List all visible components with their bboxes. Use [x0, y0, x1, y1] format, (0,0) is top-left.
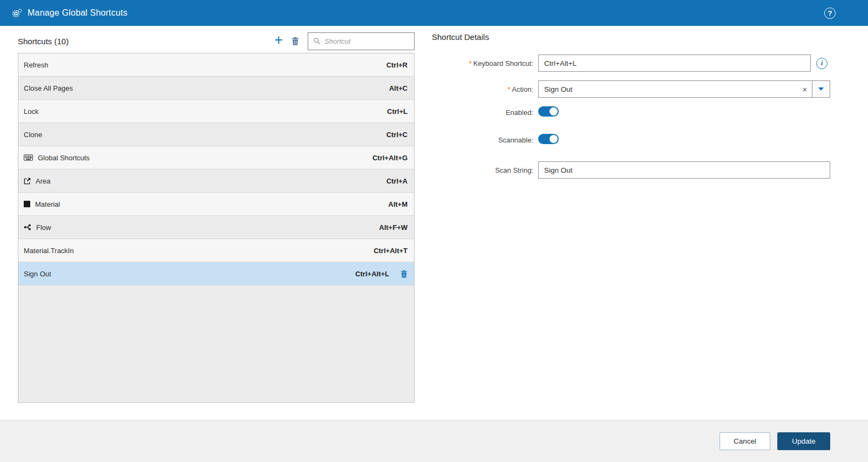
shortcut-label: Material	[35, 200, 383, 208]
delete-shortcut-button[interactable]	[291, 37, 299, 45]
shortcuts-toolbar: Shortcuts (10) +	[18, 26, 415, 53]
action-label: *Action:	[432, 85, 533, 93]
clear-icon[interactable]: ×	[798, 81, 812, 97]
cancel-button[interactable]: Cancel	[720, 432, 770, 450]
list-item[interactable]: Area Ctrl+A	[18, 169, 414, 193]
keyboard-icon	[24, 154, 33, 161]
shortcut-label: Clone	[24, 131, 382, 139]
info-icon[interactable]: i	[816, 58, 828, 69]
toggle-knob	[550, 107, 558, 116]
list-item[interactable]: Close All Pages Alt+C	[18, 77, 414, 100]
chevron-down-icon	[818, 87, 824, 91]
required-marker: *	[469, 59, 472, 67]
shortcut-label: Area	[36, 177, 382, 185]
list-item[interactable]: Lock Ctrl+L	[18, 100, 414, 123]
page-title: Manage Global Shortcuts	[28, 8, 127, 18]
update-button[interactable]: Update	[777, 432, 830, 450]
shortcut-keys: Alt+M	[388, 200, 408, 208]
shortcut-search-box	[308, 32, 415, 50]
shortcut-keys: Ctrl+Alt+G	[372, 154, 408, 162]
list-item[interactable]: Flow Alt+F+W	[18, 216, 414, 239]
search-icon	[313, 37, 321, 45]
keyboard-shortcut-row: *Keyboard Shortcut: i	[432, 55, 830, 72]
keyboard-shortcut-label: *Keyboard Shortcut:	[432, 59, 533, 67]
enabled-toggle[interactable]	[538, 106, 559, 117]
scannable-label: Scannable:	[432, 136, 533, 144]
action-combobox: ×	[538, 80, 830, 98]
footer-bar: Cancel Update	[0, 420, 868, 462]
enabled-row: Enabled:	[432, 106, 830, 119]
scannable-row: Scannable:	[432, 134, 830, 146]
list-item[interactable]: Material Alt+M	[18, 193, 414, 216]
add-shortcut-button[interactable]: +	[274, 35, 283, 45]
shortcut-keys: Ctrl+Alt+L	[355, 270, 389, 278]
shortcut-keys: Ctrl+A	[386, 177, 408, 185]
shortcut-label: Refresh	[24, 61, 382, 69]
dropdown-button[interactable]	[812, 81, 830, 97]
shortcut-keys: Alt+C	[389, 84, 408, 92]
toggle-knob	[550, 135, 558, 143]
flow-icon	[24, 223, 31, 231]
main-content: Shortcuts (10) + Refresh Ct	[0, 26, 868, 420]
keyboard-shortcut-field: i	[538, 55, 830, 72]
delete-row-button[interactable]	[401, 270, 408, 278]
shortcut-keys: Alt+F+W	[379, 223, 408, 232]
list-item-selected[interactable]: Sign Out Ctrl+Alt+L	[18, 262, 414, 286]
cogs-icon	[12, 8, 22, 18]
scannable-toggle[interactable]	[538, 134, 559, 144]
shortcut-label: Sign Out	[24, 270, 350, 278]
list-item[interactable]: Material.TrackIn Ctrl+Alt+T	[18, 239, 414, 262]
shortcut-label: Lock	[24, 107, 382, 116]
shortcuts-list: Refresh Ctrl+R Close All Pages Alt+C Loc…	[18, 53, 415, 403]
list-item[interactable]: Global Shortcuts Ctrl+Alt+G	[18, 146, 414, 169]
shortcuts-count-title: Shortcuts (10)	[18, 37, 266, 46]
shortcut-label: Close All Pages	[24, 84, 384, 92]
trash-icon	[401, 270, 408, 278]
help-icon[interactable]: ?	[824, 8, 836, 19]
title-bar: Manage Global Shortcuts ?	[0, 0, 868, 26]
list-item[interactable]: Refresh Ctrl+R	[18, 53, 414, 77]
keyboard-shortcut-input[interactable]	[538, 55, 811, 72]
shortcuts-panel: Shortcuts (10) + Refresh Ct	[18, 26, 415, 420]
shortcut-keys: Ctrl+Alt+T	[374, 247, 408, 255]
shortcut-details-panel: Shortcut Details *Keyboard Shortcut: i *…	[432, 26, 830, 420]
enabled-label: Enabled:	[432, 108, 533, 117]
trash-icon	[291, 37, 299, 45]
search-input[interactable]	[324, 37, 409, 45]
shortcut-label: Flow	[36, 223, 374, 232]
action-input[interactable]	[539, 81, 798, 97]
shortcut-keys: Ctrl+R	[386, 61, 408, 69]
details-title: Shortcut Details	[432, 32, 830, 42]
action-row: *Action: ×	[432, 80, 830, 98]
shortcut-label: Material.TrackIn	[24, 247, 369, 255]
shortcut-label: Global Shortcuts	[38, 154, 368, 162]
material-icon	[24, 201, 30, 207]
list-item[interactable]: Clone Ctrl+C	[18, 123, 414, 146]
required-marker: *	[507, 85, 510, 93]
shortcut-keys: Ctrl+L	[387, 107, 408, 116]
scan-string-input[interactable]	[538, 161, 830, 179]
shortcut-keys: Ctrl+C	[386, 131, 408, 139]
scan-string-row: Scan String:	[432, 161, 830, 179]
area-icon	[24, 178, 31, 185]
scan-string-label: Scan String:	[432, 166, 533, 174]
